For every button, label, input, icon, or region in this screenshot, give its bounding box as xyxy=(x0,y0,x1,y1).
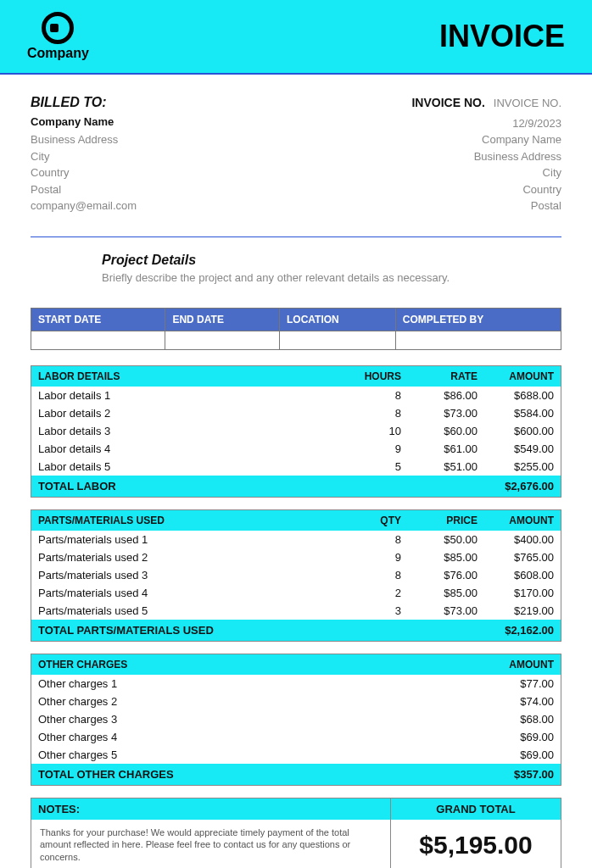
invoice-no-value: INVOICE NO. xyxy=(494,95,561,112)
invoice-address: Business Address xyxy=(411,148,561,165)
invoice-country: Country xyxy=(411,181,561,198)
header-bar: Company INVOICE xyxy=(0,0,592,75)
parts-price: $73.00 xyxy=(401,604,478,617)
parts-name: Parts/materials used 1 xyxy=(38,533,325,546)
labor-amount: $255.00 xyxy=(478,460,554,473)
parts-row: Parts/materials used 18$50.00$400.00 xyxy=(31,531,561,548)
other-row: Other charges 1$77.00 xyxy=(31,675,561,693)
labor-section: LABOR DETAILS HOURS RATE AMOUNT Labor de… xyxy=(31,365,561,498)
logo-icon xyxy=(42,12,74,44)
parts-row: Parts/materials used 53$73.00$219.00 xyxy=(31,602,561,620)
parts-row: Parts/materials used 29$85.00$765.00 xyxy=(31,548,561,566)
parts-section: PARTS/MATERIALS USED QTY PRICE AMOUNT Pa… xyxy=(31,509,561,642)
labor-hours: 5 xyxy=(325,460,401,473)
parts-qty: 9 xyxy=(325,551,401,564)
parts-row: Parts/materials used 42$85.00$170.00 xyxy=(31,584,561,602)
other-row: Other charges 4$69.00 xyxy=(31,728,561,746)
other-total-amount: $357.00 xyxy=(478,768,554,781)
parts-qty: 8 xyxy=(325,569,401,581)
labor-rate: $86.00 xyxy=(401,389,478,402)
labor-name: Labor details 1 xyxy=(38,389,325,402)
labor-rate: $73.00 xyxy=(401,407,478,420)
labor-amount: $688.00 xyxy=(478,389,554,402)
other-row: Other charges 3$68.00 xyxy=(31,710,561,728)
other-name: Other charges 2 xyxy=(38,695,478,708)
company-logo: Company xyxy=(27,12,89,61)
labor-row: Labor details 28$73.00$584.00 xyxy=(31,404,561,422)
other-col-amount: AMOUNT xyxy=(478,659,554,670)
parts-total-label: TOTAL PARTS/MATERIALS USED xyxy=(38,624,478,637)
bottom-row: NOTES: Thanks for your purchase! We woul… xyxy=(31,798,561,869)
billed-email: company@email.com xyxy=(31,198,137,214)
col-completed-by: COMPLETED BY xyxy=(395,308,561,331)
other-total-label: TOTAL OTHER CHARGES xyxy=(38,768,478,781)
labor-total-amount: $2,676.00 xyxy=(478,480,554,492)
col-location: LOCATION xyxy=(279,308,395,331)
labor-rate: $51.00 xyxy=(401,460,478,473)
cell-end-date[interactable] xyxy=(165,331,280,349)
parts-total-amount: $2,162.00 xyxy=(478,624,554,637)
parts-name: Parts/materials used 3 xyxy=(38,569,325,581)
parts-name: Parts/materials used 4 xyxy=(38,587,325,599)
labor-rate: $60.00 xyxy=(401,425,478,437)
parts-row: Parts/materials used 38$76.00$608.00 xyxy=(31,566,561,584)
labor-row: Labor details 18$86.00$688.00 xyxy=(31,387,561,404)
labor-col-amount: AMOUNT xyxy=(478,370,554,382)
project-heading: Project Details xyxy=(102,253,561,268)
other-name: Other charges 5 xyxy=(38,748,478,761)
other-title: OTHER CHARGES xyxy=(38,659,478,670)
labor-row: Labor details 49$61.00$549.00 xyxy=(31,440,561,458)
divider xyxy=(31,236,561,237)
parts-amount: $765.00 xyxy=(478,551,554,564)
labor-hours: 9 xyxy=(325,442,401,455)
parts-col-price: PRICE xyxy=(401,515,478,526)
billed-to-heading: BILLED TO: xyxy=(31,95,137,110)
parts-qty: 8 xyxy=(325,533,401,546)
other-amount: $74.00 xyxy=(478,695,554,708)
billed-postal: Postal xyxy=(31,181,137,198)
labor-hours: 10 xyxy=(325,425,401,437)
labor-name: Labor details 4 xyxy=(38,442,325,455)
parts-qty: 2 xyxy=(325,587,401,599)
parts-price: $85.00 xyxy=(401,551,478,564)
labor-hours: 8 xyxy=(325,389,401,402)
labor-name: Labor details 3 xyxy=(38,425,325,437)
billed-to-block: BILLED TO: Company Name Business Address… xyxy=(31,95,137,214)
parts-price: $85.00 xyxy=(401,587,478,599)
parts-amount: $170.00 xyxy=(478,587,554,599)
other-name: Other charges 1 xyxy=(38,677,478,690)
parts-amount: $608.00 xyxy=(478,569,554,581)
logo-text: Company xyxy=(27,46,89,61)
labor-name: Labor details 5 xyxy=(38,460,325,473)
labor-col-rate: RATE xyxy=(401,370,478,382)
parts-price: $50.00 xyxy=(401,533,478,546)
billed-country: Country xyxy=(31,164,137,181)
parts-name: Parts/materials used 2 xyxy=(38,551,325,564)
schedule-table: START DATE END DATE LOCATION COMPLETED B… xyxy=(31,308,561,350)
parts-col-qty: QTY xyxy=(325,515,401,526)
parts-amount: $400.00 xyxy=(478,533,554,546)
grand-total-box: GRAND TOTAL $5,195.00 xyxy=(391,798,561,869)
labor-total-label: TOTAL LABOR xyxy=(38,480,478,492)
labor-amount: $600.00 xyxy=(478,425,554,437)
notes-box: NOTES: Thanks for your purchase! We woul… xyxy=(31,798,391,869)
other-amount: $77.00 xyxy=(478,677,554,690)
grand-total-value: $5,195.00 xyxy=(391,820,561,869)
col-end-date: END DATE xyxy=(165,308,280,331)
labor-row: Labor details 310$60.00$600.00 xyxy=(31,422,561,440)
other-name: Other charges 4 xyxy=(38,731,478,743)
labor-name: Labor details 2 xyxy=(38,407,325,420)
cell-start-date[interactable] xyxy=(31,331,165,349)
labor-col-hours: HOURS xyxy=(325,370,401,382)
invoice-postal: Postal xyxy=(411,198,561,214)
parts-name: Parts/materials used 5 xyxy=(38,604,325,617)
cell-location[interactable] xyxy=(279,331,395,349)
other-amount: $69.00 xyxy=(478,731,554,743)
grand-total-heading: GRAND TOTAL xyxy=(391,798,561,820)
invoice-city: City xyxy=(411,164,561,181)
cell-completed-by[interactable] xyxy=(395,331,561,349)
billed-address: Business Address xyxy=(31,131,137,148)
labor-amount: $549.00 xyxy=(478,442,554,455)
project-details: Project Details Briefly describe the pro… xyxy=(31,253,561,284)
billed-city: City xyxy=(31,148,137,165)
